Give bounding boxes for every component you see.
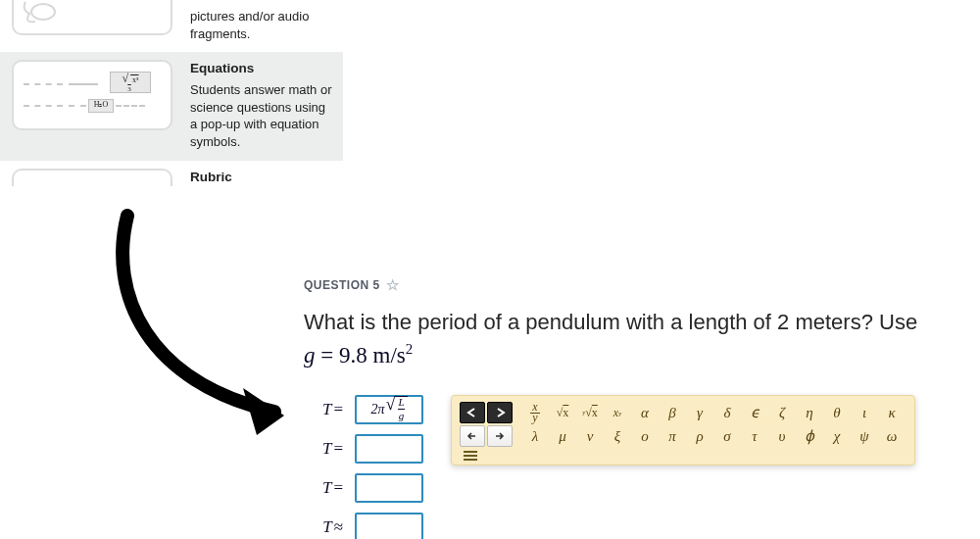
symbol-delta[interactable]: δ: [714, 402, 740, 423]
symbol-beta[interactable]: β: [660, 402, 685, 423]
symbol-alpha[interactable]: α: [632, 402, 658, 423]
symbol-tau[interactable]: τ: [742, 425, 767, 447]
symbol-upsilon[interactable]: υ: [769, 425, 795, 447]
sidebar-item-media-partial[interactable]: pictures and/or audio fragments.: [0, 0, 343, 52]
equations-desc-text: Students answer math or science question…: [190, 81, 335, 150]
symbol-picker: xy √x y√x xy α β γ δ ϵ ζ η θ ι κ λ μ: [451, 395, 915, 466]
symbol-sqrt[interactable]: √x: [550, 402, 575, 423]
symbol-phi[interactable]: ϕ: [797, 425, 822, 447]
pointer-arrow-icon: [88, 206, 333, 441]
symbol-chi[interactable]: χ: [824, 425, 850, 447]
symbol-rho[interactable]: ρ: [687, 425, 712, 447]
equations-title: Equations: [190, 60, 335, 77]
answer-row: T=: [304, 434, 423, 464]
answer-input-1[interactable]: 2π √Lg: [355, 395, 423, 424]
answer-input-3[interactable]: [355, 473, 423, 503]
symbol-pow[interactable]: xy: [605, 402, 630, 423]
symbol-epsilon[interactable]: ϵ: [742, 402, 767, 423]
symbol-omega[interactable]: ω: [879, 425, 905, 447]
question-text: What is the period of a pendulum with a …: [304, 308, 980, 337]
favorite-star-icon[interactable]: ☆: [386, 276, 400, 294]
answer-input-2[interactable]: [355, 434, 423, 464]
symbol-eta[interactable]: η: [797, 402, 822, 423]
svg-point-0: [31, 4, 55, 20]
symbol-theta[interactable]: θ: [824, 402, 850, 423]
symbol-omicron[interactable]: ο: [632, 425, 658, 447]
symbol-psi[interactable]: ψ: [852, 425, 877, 447]
answer-rows: T= 2π √Lg T= T= T≈: [304, 395, 423, 539]
symbol-xi[interactable]: ξ: [605, 425, 630, 447]
answer-row: T=: [304, 473, 423, 503]
rubric-thumb: [12, 169, 172, 186]
more-symbols-icon[interactable]: [460, 451, 477, 461]
rubric-desc: Rubric: [190, 169, 232, 190]
symbol-lambda[interactable]: λ: [522, 425, 548, 447]
equations-desc: Equations Students answer math or scienc…: [190, 60, 335, 150]
symbol-sigma[interactable]: σ: [714, 425, 740, 447]
media-desc-text: pictures and/or audio fragments.: [190, 8, 335, 42]
cursor-left-button[interactable]: [460, 425, 485, 447]
symbol-zeta[interactable]: ζ: [769, 402, 795, 423]
rubric-title: Rubric: [190, 169, 232, 186]
symbol-mu[interactable]: μ: [550, 425, 575, 447]
question-number: QUESTION 5: [304, 278, 380, 292]
answer-input-4[interactable]: [355, 513, 423, 539]
cursor-right-button[interactable]: [487, 425, 513, 447]
redo-button[interactable]: [487, 402, 513, 423]
equations-thumb: √ x³3 H₂O: [12, 60, 172, 130]
answer-row: T≈: [304, 513, 423, 539]
symbol-cbrt[interactable]: y√x: [577, 402, 603, 423]
symbol-frac[interactable]: xy: [522, 402, 548, 423]
sidebar-item-rubric[interactable]: Rubric: [0, 161, 343, 190]
symbol-iota[interactable]: ι: [852, 402, 877, 423]
symbol-kappa[interactable]: κ: [879, 402, 905, 423]
question-label: QUESTION 5 ☆: [304, 276, 980, 294]
symbol-pi[interactable]: π: [660, 425, 685, 447]
media-desc: pictures and/or audio fragments.: [190, 8, 335, 42]
symbol-gamma[interactable]: γ: [687, 402, 712, 423]
question-given: g = 9.8 m/s2: [304, 341, 980, 368]
answer-row: T= 2π √Lg: [304, 395, 423, 424]
media-thumb: [12, 0, 172, 35]
undo-button[interactable]: [460, 402, 485, 423]
sidebar-item-equations[interactable]: √ x³3 H₂O Equations Students answer math…: [0, 52, 343, 160]
symbol-nu[interactable]: ν: [577, 425, 603, 447]
